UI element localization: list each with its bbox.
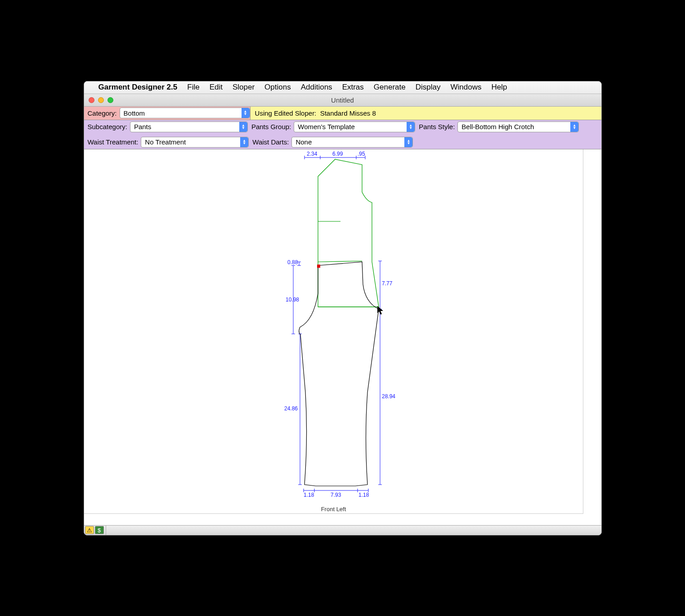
chevron-updown-icon: ▲▼	[239, 122, 247, 132]
sloper-status-label: Using Edited Sloper:	[255, 109, 317, 117]
zoom-icon[interactable]	[107, 97, 113, 103]
menu-file[interactable]: File	[187, 83, 199, 92]
menu-windows[interactable]: Windows	[450, 83, 481, 92]
sloper-status: Using Edited Sloper: Standard Misses 8	[250, 107, 601, 120]
dim-top-a: 2.34	[307, 151, 318, 157]
warning-icon[interactable]: ⚠	[85, 526, 94, 534]
chevron-updown-icon: ▲▼	[407, 122, 415, 132]
menu-extras[interactable]: Extras	[342, 83, 364, 92]
chevron-updown-icon: ▲▼	[240, 137, 248, 147]
menu-generate[interactable]: Generate	[374, 83, 406, 92]
chevron-updown-icon: ▲▼	[242, 108, 250, 118]
close-icon[interactable]	[89, 97, 94, 103]
menu-help[interactable]: Help	[491, 83, 507, 92]
dim-left-lower: 24.86	[284, 405, 298, 412]
pants-style-label: Pants Style:	[415, 123, 457, 130]
menubar: Garment Designer 2.5 File Edit Sloper Op…	[84, 81, 601, 94]
pattern-drawing: 2.34 6.99 .95 0.88 10.98 24.86	[84, 149, 583, 518]
subcategory-select[interactable]: Pants ▲▼	[130, 121, 248, 132]
dim-left-upper: 10.98	[286, 297, 299, 303]
dim-top-b: 6.99	[332, 151, 343, 157]
statusbar: ⚠ $	[84, 525, 601, 535]
dim-right-upper: 7.77	[382, 280, 393, 287]
edit-handle[interactable]	[317, 265, 320, 268]
menu-additions[interactable]: Additions	[301, 83, 332, 92]
waist-treatment-value: No Treatment	[145, 138, 186, 146]
pants-group-label: Pants Group:	[248, 123, 294, 130]
dim-waist-drop: 0.88	[287, 259, 298, 265]
dim-top-c: .95	[358, 151, 365, 157]
category-value: Bottom	[124, 109, 145, 117]
waist-darts-label: Waist Darts:	[249, 138, 291, 146]
chevron-updown-icon: ▲▼	[570, 122, 578, 132]
dim-bottom-c: 1.18	[358, 492, 369, 498]
pants-group-select[interactable]: Women's Template ▲▼	[294, 121, 415, 132]
window-title: Untitled	[84, 96, 601, 104]
pants-style-value: Bell-Bottom High Crotch	[461, 123, 534, 130]
category-label: Category:	[84, 109, 120, 117]
waist-darts-value: None	[295, 138, 312, 146]
menu-edit[interactable]: Edit	[210, 83, 223, 92]
menu-sloper[interactable]: Sloper	[233, 83, 255, 92]
titlebar: Untitled	[84, 94, 601, 107]
pattern-canvas[interactable]: 2.34 6.99 .95 0.88 10.98 24.86	[84, 149, 601, 525]
menu-options[interactable]: Options	[264, 83, 291, 92]
waist-treatment-label: Waist Treatment:	[84, 138, 141, 146]
minimize-icon[interactable]	[98, 97, 104, 103]
svg-line-7	[318, 261, 362, 262]
subcategory-value: Pants	[134, 123, 151, 130]
dim-bottom-b: 7.93	[331, 492, 341, 498]
pants-style-select[interactable]: Bell-Bottom High Crotch ▲▼	[457, 121, 579, 132]
category-select[interactable]: Bottom ▲▼	[120, 108, 250, 118]
app-name[interactable]: Garment Designer 2.5	[98, 83, 178, 92]
dim-bottom-a: 1.18	[304, 492, 314, 498]
waist-darts-select[interactable]: None ▲▼	[291, 137, 413, 148]
waist-treatment-select[interactable]: No Treatment ▲▼	[141, 137, 249, 148]
subcategory-label: Subcategory:	[84, 123, 130, 130]
currency-icon[interactable]: $	[95, 526, 104, 534]
pants-group-value: Women's Template	[298, 123, 355, 130]
sloper-status-value: Standard Misses 8	[320, 109, 376, 117]
dim-right-lower: 28.94	[382, 393, 395, 400]
view-label: Front Left	[84, 506, 583, 513]
chevron-updown-icon: ▲▼	[404, 137, 412, 147]
menu-display[interactable]: Display	[416, 83, 441, 92]
